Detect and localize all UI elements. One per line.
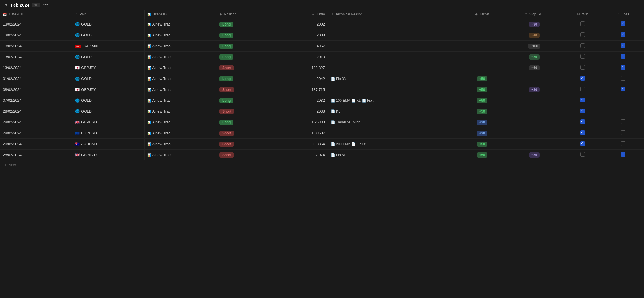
col-header-position[interactable]: ⊙ Position bbox=[216, 10, 269, 19]
cell-loss[interactable] bbox=[602, 73, 644, 84]
loss-checkbox-unchecked[interactable] bbox=[621, 130, 625, 135]
cell-win[interactable] bbox=[563, 84, 602, 95]
pair-flag-icon: 🌐 bbox=[75, 98, 80, 103]
table-row[interactable]: 13/02/2024500 S&P 500📊 A new TracLong496… bbox=[0, 41, 644, 52]
tech-tag: 📄 KL bbox=[331, 109, 340, 113]
row-count-badge: 13 bbox=[32, 3, 40, 7]
cell-loss[interactable] bbox=[602, 52, 644, 62]
cell-date: 20/02/2024 bbox=[0, 139, 72, 150]
col-header-loss[interactable]: ☑ Loss bbox=[602, 10, 644, 19]
loss-checkbox-checked[interactable] bbox=[621, 152, 625, 157]
col-header-tradeid[interactable]: 📊 Trade ID bbox=[144, 10, 216, 19]
cell-win[interactable] bbox=[563, 117, 602, 128]
cell-win[interactable] bbox=[563, 95, 602, 106]
col-header-stop[interactable]: ⊙ Stop Lo... bbox=[505, 10, 563, 19]
table-row[interactable]: 28/02/2024🇪🇺EURUSD📊 A new TracShort1.085… bbox=[0, 128, 644, 139]
table-row[interactable]: 13/02/2024🌐GOLD📊 A new TracLong2008~40 bbox=[0, 30, 644, 41]
tradeid-label: A new Trac bbox=[152, 109, 170, 113]
cell-tech: 📄 Fib 61 bbox=[328, 150, 459, 160]
cell-position: Short bbox=[216, 62, 269, 73]
win-checkbox-checked[interactable] bbox=[580, 109, 585, 113]
col-header-pair[interactable]: ♫ Pair bbox=[72, 10, 145, 19]
cell-entry: 187.715 bbox=[269, 84, 328, 95]
cell-loss[interactable] bbox=[602, 95, 644, 106]
pair-label: GBPJPY bbox=[81, 66, 96, 70]
cell-win[interactable] bbox=[563, 128, 602, 139]
cell-date: 28/02/2024 bbox=[0, 106, 72, 117]
win-checkbox-checked[interactable] bbox=[580, 119, 585, 124]
loss-checkbox-checked[interactable] bbox=[621, 32, 625, 37]
win-checkbox-unchecked[interactable] bbox=[580, 32, 585, 37]
table-row[interactable]: 13/02/2024🌐GOLD📊 A new TracLong2002~30 bbox=[0, 19, 644, 30]
loss-checkbox-unchecked[interactable] bbox=[621, 119, 625, 124]
col-header-tech[interactable]: ↗ Technical Reason bbox=[328, 10, 459, 19]
table-row[interactable]: 07/02/2024🌐GOLD📊 A new TracLong2032📄 100… bbox=[0, 95, 644, 106]
col-header-target[interactable]: ⊙ Target bbox=[459, 10, 505, 19]
table-row[interactable]: 01/02/2024🌐GOLD📊 A new TracLong2042📄 Fib… bbox=[0, 73, 644, 84]
table-row[interactable]: 28/02/2024🇬🇧GBPNZD📊 A new TracShort2.074… bbox=[0, 150, 644, 160]
win-checkbox-checked[interactable] bbox=[580, 130, 585, 135]
cell-entry: 2008 bbox=[269, 30, 328, 41]
loss-checkbox-unchecked[interactable] bbox=[621, 98, 625, 102]
cell-loss[interactable] bbox=[602, 150, 644, 160]
cell-loss[interactable] bbox=[602, 19, 644, 30]
win-checkbox-unchecked[interactable] bbox=[580, 21, 585, 26]
win-checkbox-checked[interactable] bbox=[580, 76, 585, 81]
table-row[interactable]: 08/02/2024🇯🇵GBPJPY📊 A new TracShort187.7… bbox=[0, 84, 644, 95]
cell-loss[interactable] bbox=[602, 30, 644, 41]
cell-win[interactable] bbox=[563, 106, 602, 117]
cell-loss[interactable] bbox=[602, 139, 644, 150]
cell-win[interactable] bbox=[563, 41, 602, 52]
table-row[interactable]: 28/02/2024🌐GOLD📊 A new TracShort2038📄 KL… bbox=[0, 106, 644, 117]
loss-checkbox-checked[interactable] bbox=[621, 43, 625, 48]
win-checkbox-unchecked[interactable] bbox=[580, 54, 585, 59]
cell-loss[interactable] bbox=[602, 117, 644, 128]
loss-checkbox-unchecked[interactable] bbox=[621, 141, 625, 146]
loss-checkbox-checked[interactable] bbox=[621, 65, 625, 70]
collapse-arrow[interactable]: ▼ bbox=[5, 3, 8, 7]
doc-icon: 📄 bbox=[331, 109, 335, 113]
more-options-button[interactable]: ••• bbox=[43, 2, 48, 7]
cell-win[interactable] bbox=[563, 73, 602, 84]
loss-checkbox-unchecked[interactable] bbox=[621, 109, 625, 113]
col-header-entry[interactable]: → Entry bbox=[269, 10, 328, 19]
cell-loss[interactable] bbox=[602, 106, 644, 117]
col-header-win[interactable]: ☑ Win bbox=[563, 10, 602, 19]
win-checkbox-unchecked[interactable] bbox=[580, 152, 585, 157]
cell-stop: ~40 bbox=[505, 30, 563, 41]
cell-position: Long bbox=[216, 41, 269, 52]
cell-loss[interactable] bbox=[602, 128, 644, 139]
loss-checkbox-checked[interactable] bbox=[621, 54, 625, 59]
loss-checkbox-checked[interactable] bbox=[621, 21, 625, 26]
tech-tag: 📄 Trendline Touch bbox=[331, 120, 360, 124]
cell-win[interactable] bbox=[563, 30, 602, 41]
tradeid-chart-icon: 📊 bbox=[147, 153, 151, 157]
cell-win[interactable] bbox=[563, 150, 602, 160]
cell-loss[interactable] bbox=[602, 41, 644, 52]
target-badge: +50 bbox=[477, 87, 487, 92]
table-row[interactable]: 13/02/2024🌐GOLD📊 A new TracLong2010~50 bbox=[0, 52, 644, 62]
cell-win[interactable] bbox=[563, 139, 602, 150]
cell-loss[interactable] bbox=[602, 62, 644, 73]
cell-tech: 📄 200 EMA📄 Fib 38 bbox=[328, 139, 459, 150]
table-row[interactable]: 20/02/2024🇦🇺AUDCAD📊 A new TracShort0.886… bbox=[0, 139, 644, 150]
cell-win[interactable] bbox=[563, 62, 602, 73]
win-checkbox-checked[interactable] bbox=[580, 141, 585, 146]
add-row-button[interactable]: + bbox=[51, 2, 53, 7]
loss-checkbox-unchecked[interactable] bbox=[621, 76, 625, 81]
cell-win[interactable] bbox=[563, 19, 602, 30]
win-checkbox-checked[interactable] bbox=[580, 98, 585, 102]
pair-label: GOLD bbox=[81, 22, 92, 26]
cell-entry: 1.08507 bbox=[269, 128, 328, 139]
cell-tradeid: 📊 A new Trac bbox=[144, 128, 216, 139]
add-new-footer[interactable]: + New bbox=[0, 160, 644, 169]
table-row[interactable]: 13/02/2024🇯🇵GBPJPY📊 A new TracShort188.8… bbox=[0, 62, 644, 73]
win-checkbox-unchecked[interactable] bbox=[580, 65, 585, 70]
cell-win[interactable] bbox=[563, 52, 602, 62]
win-checkbox-unchecked[interactable] bbox=[580, 43, 585, 48]
col-header-date[interactable]: 📅 Date & Ti... bbox=[0, 10, 72, 19]
win-checkbox-unchecked[interactable] bbox=[580, 87, 585, 91]
cell-loss[interactable] bbox=[602, 84, 644, 95]
loss-checkbox-checked[interactable] bbox=[621, 87, 625, 91]
table-row[interactable]: 28/02/2024🇬🇧GBPUSD📊 A new TracLong1.2633… bbox=[0, 117, 644, 128]
